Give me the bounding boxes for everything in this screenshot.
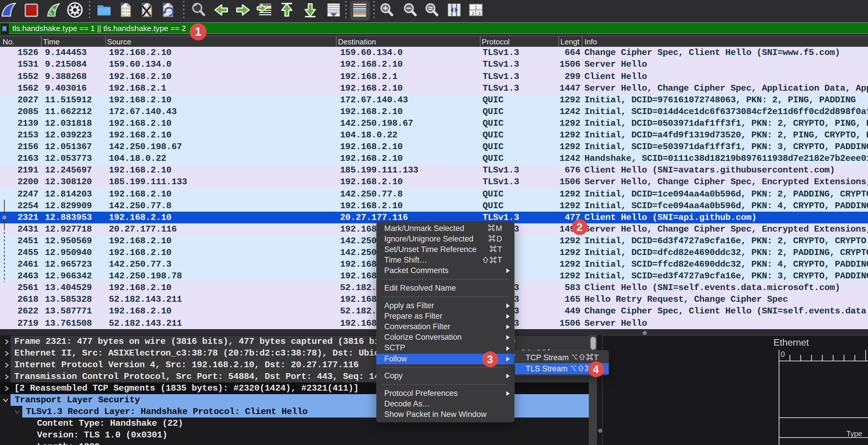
svg-text:1: 1 [475, 5, 477, 10]
svg-text:01010: 01010 [122, 7, 131, 10]
svg-text:3: 3 [478, 11, 480, 16]
svg-text:01110: 01110 [122, 14, 131, 17]
svg-text:01101: 01101 [122, 10, 131, 14]
svg-text:2: 2 [472, 11, 474, 16]
